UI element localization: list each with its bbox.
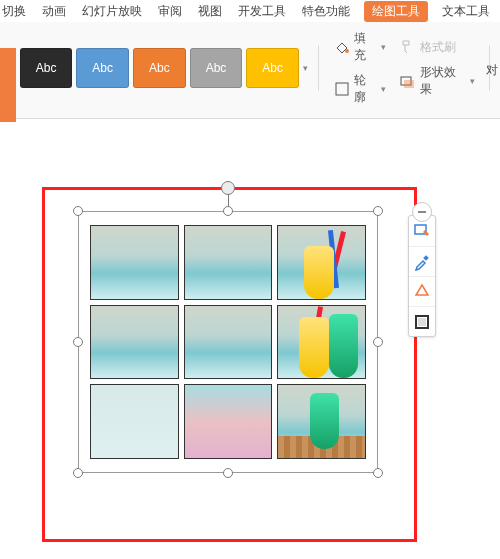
outline-button[interactable]: 轮廓 ▾ (329, 70, 390, 108)
slide-thumbnail-active-indicator (0, 48, 16, 122)
picture-cell[interactable] (90, 305, 179, 380)
resize-handle-left[interactable] (73, 337, 83, 347)
border-icon (413, 313, 431, 331)
selected-picture-group[interactable] (78, 211, 378, 473)
minus-icon (417, 207, 427, 217)
svg-rect-1 (336, 83, 348, 95)
crop-button[interactable] (409, 276, 435, 306)
picture-cell[interactable] (90, 384, 179, 459)
floating-tool-panel (408, 215, 436, 337)
picture-cell[interactable] (277, 384, 366, 459)
svg-rect-8 (418, 318, 426, 326)
tab-review[interactable]: 审阅 (156, 1, 184, 22)
svg-rect-3 (404, 80, 414, 88)
picture-cell[interactable] (277, 305, 366, 380)
eyedropper-icon (413, 253, 431, 271)
border-button[interactable] (409, 306, 435, 336)
style-swatch-gray[interactable]: Abc (190, 48, 243, 88)
shape-effects-label: 形状效果 (420, 64, 466, 98)
style-gallery-expand-icon[interactable]: ▾ (303, 63, 308, 73)
chevron-down-icon: ▾ (470, 76, 475, 86)
tab-devtools[interactable]: 开发工具 (236, 1, 288, 22)
picture-cell[interactable] (184, 305, 273, 380)
eyedropper-button[interactable] (409, 246, 435, 276)
outline-label: 轮廓 (354, 72, 377, 106)
crop-icon (413, 283, 431, 301)
picture-cell[interactable] (277, 225, 366, 300)
tab-text-tools[interactable]: 文本工具 (440, 1, 492, 22)
paint-bucket-icon (333, 38, 350, 56)
picture-grid-3x3 (90, 225, 366, 459)
resize-handle-right[interactable] (373, 337, 383, 347)
slide-canvas[interactable]: Baidu 经验 jingyan.baidu.com (0, 155, 500, 559)
ribbon-toolbar: Abc Abc Abc Abc Abc ▾ 填充 ▾ 轮廓 ▾ 格式刷 形状效果… (0, 22, 500, 119)
picture-properties-icon (413, 222, 431, 240)
tab-slideshow[interactable]: 幻灯片放映 (80, 1, 144, 22)
picture-cell[interactable] (90, 225, 179, 300)
resize-handle-bottom-left[interactable] (73, 468, 83, 478)
resize-handle-bottom[interactable] (223, 468, 233, 478)
picture-cell[interactable] (184, 225, 273, 300)
rotate-handle[interactable] (221, 181, 235, 195)
style-swatch-orange[interactable]: Abc (133, 48, 186, 88)
fill-label: 填充 (354, 30, 377, 64)
resize-handle-top-left[interactable] (73, 206, 83, 216)
separator (318, 45, 319, 91)
style-swatch-yellow[interactable]: Abc (246, 48, 299, 88)
ribbon-overflow-label: 对 (486, 62, 498, 79)
resize-handle-bottom-right[interactable] (373, 468, 383, 478)
format-painter-icon (398, 38, 416, 56)
tab-features[interactable]: 特色功能 (300, 1, 352, 22)
chevron-down-icon: ▾ (381, 84, 386, 94)
style-swatch-blue[interactable]: Abc (76, 48, 129, 88)
style-swatch-black[interactable]: Abc (20, 48, 73, 88)
chevron-down-icon: ▾ (381, 42, 386, 52)
collapse-panel-button[interactable] (412, 202, 432, 222)
outline-icon (333, 80, 350, 98)
tab-view[interactable]: 视图 (196, 1, 224, 22)
format-painter-button[interactable]: 格式刷 (394, 36, 479, 58)
format-painter-label: 格式刷 (420, 39, 456, 56)
tab-animation[interactable]: 动画 (40, 1, 68, 22)
resize-handle-top-right[interactable] (373, 206, 383, 216)
picture-cell[interactable] (184, 384, 273, 459)
shape-effects-icon (398, 72, 415, 90)
ribbon-tabs: 切换 动画 幻灯片放映 审阅 视图 开发工具 特色功能 绘图工具 文本工具 (0, 0, 500, 22)
tab-drawing-tools[interactable]: 绘图工具 (364, 1, 428, 22)
resize-handle-top[interactable] (223, 206, 233, 216)
tab-transition[interactable]: 切换 (0, 1, 28, 22)
shape-effects-button[interactable]: 形状效果 ▾ (394, 62, 479, 100)
svg-rect-6 (423, 255, 429, 261)
fill-button[interactable]: 填充 ▾ (329, 28, 390, 66)
svg-point-0 (345, 49, 349, 53)
